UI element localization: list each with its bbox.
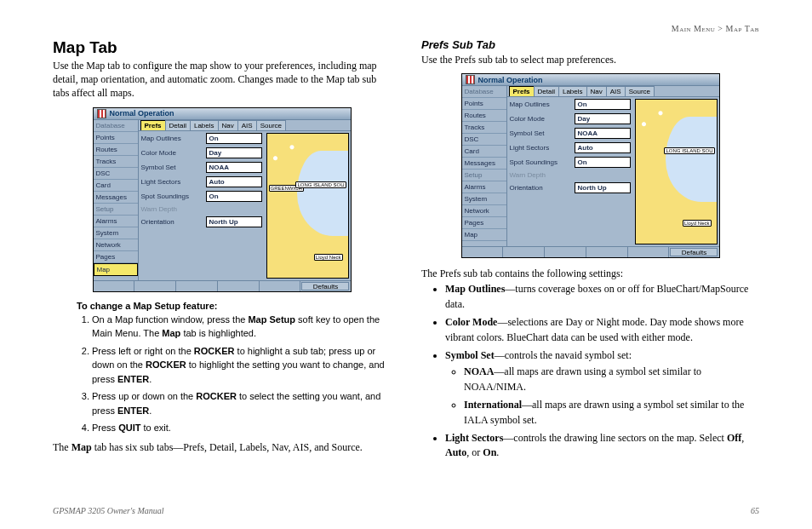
intro-text: Use the Map tab to configure the map sho… [53,59,391,101]
sidebar-item-dsc[interactable]: DSC [462,134,506,146]
page-footer: GPSMAP 3205 Owner's Manual 65 [53,506,759,515]
softkey-bar: Defaults [94,280,351,291]
list-intro: The Prefs sub tab contains the following… [421,267,759,280]
sidebar-item-system[interactable]: System [462,193,506,205]
softkey[interactable] [94,281,135,291]
desc-symbol-set: Symbol Set—controls the navaid symbol se… [445,348,759,428]
sidebar-item-network[interactable]: Network [462,205,506,217]
tab-ais[interactable]: AIS [237,120,257,130]
softkey[interactable] [134,281,176,291]
setting-value[interactable]: NOAA [206,162,262,173]
breadcrumb-page: Map Tab [726,24,760,33]
softkey[interactable] [586,247,628,257]
softkey[interactable] [503,247,545,257]
setting-label: Light Sectors [510,144,572,152]
sidebar-item-card[interactable]: Card [462,146,506,158]
desc-symbol-noaa: NOAA—all maps are drawn using a symbol s… [464,365,759,394]
sidebar-item-routes[interactable]: Routes [462,110,506,122]
flag-icon [97,109,106,118]
sidebar-item-pages[interactable]: Pages [94,251,138,263]
sidebar-item-pages[interactable]: Pages [462,217,506,229]
map-label: LONG ISLAND SOU [664,147,714,154]
sidebar-item-tracks[interactable]: Tracks [462,122,506,134]
subtabs: Prefs Detail Labels Nav AIS Source [507,86,719,97]
sidebar-item-points[interactable]: Points [462,98,506,110]
tab-detail[interactable]: Detail [165,120,191,130]
setting-value[interactable]: On [206,133,262,144]
setting-label: Symbol Set [510,129,572,137]
defaults-button[interactable]: Defaults [670,248,718,256]
tab-nav[interactable]: Nav [218,120,238,130]
setting-label: Map Outlines [141,135,203,142]
sidebar: Database Points Routes Tracks DSC Card M… [94,120,139,280]
setting-label: Orientation [510,184,572,192]
sidebar-item-system[interactable]: System [94,227,138,239]
tab-ais[interactable]: AIS [606,86,626,96]
sidebar-item-alarms[interactable]: Alarms [94,216,138,227]
map-label: Lloyd Neck [683,220,712,227]
setting-label: Orientation [141,218,203,226]
softkey[interactable] [218,281,260,291]
setting-value[interactable]: On [575,99,631,110]
softkey[interactable] [462,247,504,257]
tab-nav[interactable]: Nav [586,86,607,96]
tab-detail[interactable]: Detail [534,86,559,96]
screenshot-map-tab: Normal Operation Database Points Routes … [93,107,352,292]
softkey[interactable] [628,247,670,257]
setting-value[interactable]: North Up [206,216,262,227]
subtabs: Prefs Detail Labels Nav AIS Source [139,120,351,131]
sidebar-item-points[interactable]: Points [94,132,138,144]
setting-label: Spot Soundings [510,158,572,166]
setting-value[interactable]: On [206,191,262,202]
map-label: Lloyd Neck [314,254,343,261]
sidebar-item-routes[interactable]: Routes [94,144,138,156]
setting-label: Symbol Set [141,164,203,171]
setting-value[interactable]: Auto [575,142,631,153]
sidebar-group2: Setup [462,170,506,181]
setting-value[interactable]: On [575,157,631,168]
desc-symbol-intl: International—all maps are drawn using a… [464,398,759,428]
settings-list: Map OutlinesOn Color ModeDay Symbol SetN… [507,97,633,246]
setting-value[interactable]: Day [206,147,262,158]
tab-source[interactable]: Source [256,120,286,130]
softkey[interactable] [545,247,586,257]
page-title: Map Tab [53,38,391,57]
setting-label: Warn Depth [510,171,631,179]
sidebar-item-messages[interactable]: Messages [462,158,506,170]
setting-label: Light Sectors [141,178,203,186]
desc-color-mode: Color Mode—selections are Day or Night m… [445,315,759,345]
defaults-button[interactable]: Defaults [301,282,349,290]
sidebar-item-messages[interactable]: Messages [94,192,138,204]
setting-value[interactable]: NOAA [575,128,631,139]
step-4: Press QUIT to exit. [92,421,391,435]
tab-prefs[interactable]: Prefs [509,86,535,96]
softkey[interactable] [260,281,301,291]
setting-value[interactable]: Auto [206,176,262,187]
sidebar-item-map[interactable]: Map [462,229,506,241]
sidebar-group: Database [94,120,138,132]
sidebar-item-tracks[interactable]: Tracks [94,156,138,168]
setting-value[interactable]: Day [575,113,631,124]
sidebar-item-dsc[interactable]: DSC [94,168,138,180]
flag-icon [466,75,475,84]
manual-title: GPSMAP 3205 Owner's Manual [53,506,164,515]
screenshot-prefs-subtab: Normal Operation Database Points Routes … [461,73,720,258]
sidebar-group: Database [462,86,506,98]
sidebar-item-map[interactable]: Map [94,263,138,276]
tab-source[interactable]: Source [625,86,655,96]
softkey[interactable] [176,281,218,291]
tab-labels[interactable]: Labels [558,86,587,96]
window-title: Normal Operation [478,76,543,84]
step-2: Press left or right on the ROCKER to hig… [92,344,391,387]
map-preview: LONG ISLAND SOU Lloyd Neck [635,99,718,244]
sidebar-item-network[interactable]: Network [94,239,138,251]
tab-prefs[interactable]: Prefs [140,120,166,130]
sidebar: Database Points Routes Tracks DSC Card M… [462,86,507,246]
desc-light-sectors: Light Sectors—controls the drawing line … [445,431,759,461]
sidebar-item-card[interactable]: Card [94,180,138,192]
tab-labels[interactable]: Labels [190,120,219,130]
instruction-steps: On a Map function window, press the Map … [77,313,391,435]
step-1: On a Map function window, press the Map … [92,313,391,341]
sidebar-item-alarms[interactable]: Alarms [462,181,506,193]
setting-value[interactable]: North Up [575,182,631,193]
